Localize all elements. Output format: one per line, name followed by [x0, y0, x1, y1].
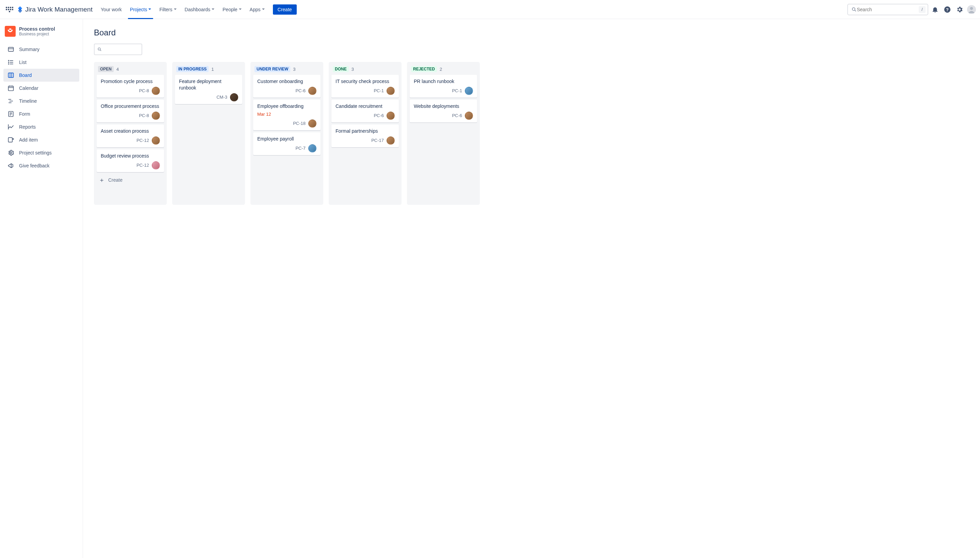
assignee-avatar[interactable]	[152, 112, 160, 120]
sidebar-item-settings[interactable]: Project settings	[3, 146, 79, 159]
svg-rect-14	[8, 73, 14, 77]
project-name: Process control	[19, 26, 55, 32]
column-open: Open4 Promotion cycle processPC-8 Office…	[94, 62, 167, 205]
assignee-avatar[interactable]	[308, 120, 317, 128]
card[interactable]: Website deploymentsPC-6	[410, 100, 477, 123]
nav-apps[interactable]: Apps	[246, 4, 268, 15]
sidebar-item-form[interactable]: Form	[3, 108, 79, 120]
notifications-icon[interactable]	[930, 4, 941, 15]
assignee-avatar[interactable]	[308, 87, 317, 95]
sidebar-item-reports[interactable]: Reports	[3, 120, 79, 133]
sidebar-item-board[interactable]: Board	[3, 69, 79, 82]
nav-filters[interactable]: Filters	[156, 4, 180, 15]
card[interactable]: IT security check processPC-1	[332, 75, 399, 98]
search-icon	[97, 47, 102, 52]
board-search[interactable]	[94, 44, 142, 55]
assignee-avatar[interactable]	[465, 112, 473, 120]
svg-line-1	[855, 10, 856, 11]
create-card-button[interactable]: ＋Create	[97, 174, 164, 184]
nav-people[interactable]: People	[219, 4, 245, 15]
sidebar-item-feedback[interactable]: Give feedback	[3, 159, 79, 172]
svg-point-12	[8, 62, 9, 62]
search-input[interactable]	[857, 7, 919, 12]
card[interactable]: Asset creation processPC-12	[97, 125, 164, 147]
svg-point-13	[8, 64, 9, 64]
brand-text: Jira Work Management	[25, 6, 92, 13]
card[interactable]: Formal partnershipsPC-17	[332, 125, 399, 147]
due-date: Mar 12	[257, 112, 317, 117]
card[interactable]: PR launch runbookPC-1	[410, 75, 477, 98]
nav-your-work[interactable]: Your work	[97, 4, 125, 15]
column-label: Done	[333, 66, 349, 72]
assignee-avatar[interactable]	[308, 144, 317, 153]
search-kbd-hint: /	[919, 6, 926, 13]
plus-icon: ＋	[98, 177, 105, 183]
app-switcher-icon[interactable]	[5, 5, 14, 14]
column-in-progress: In Progress1 Feature deployment runbookC…	[172, 62, 245, 205]
svg-point-5	[970, 7, 973, 10]
column-count: 3	[351, 67, 354, 72]
column-count: 3	[293, 67, 295, 72]
assignee-avatar[interactable]	[387, 87, 395, 95]
settings-icon[interactable]	[954, 4, 965, 15]
chevron-down-icon	[239, 8, 241, 11]
card[interactable]: Feature deployment runbookCM-3	[175, 75, 242, 104]
column-rejected: Rejected2 PR launch runbookPC-1 Website …	[407, 62, 480, 205]
chevron-down-icon	[262, 8, 265, 11]
create-button[interactable]: Create	[273, 5, 297, 15]
assignee-avatar[interactable]	[387, 136, 395, 144]
assignee-avatar[interactable]	[465, 87, 473, 95]
sidebar-item-add[interactable]: Add item	[3, 133, 79, 146]
svg-rect-29	[8, 138, 13, 142]
sidebar-item-timeline[interactable]: Timeline	[3, 95, 79, 108]
sidebar-item-calendar[interactable]: Calendar	[3, 82, 79, 95]
svg-rect-17	[8, 86, 14, 90]
top-nav: Jira Work Management Your work Projects …	[0, 0, 980, 19]
card[interactable]: Employee payrollPC-7	[253, 132, 320, 155]
column-label: Rejected	[411, 66, 437, 72]
assignee-avatar[interactable]	[387, 112, 395, 120]
assignee-avatar[interactable]	[152, 161, 160, 169]
svg-text:?: ?	[946, 7, 949, 12]
svg-line-34	[100, 50, 101, 51]
svg-point-32	[10, 152, 12, 154]
sidebar-item-list[interactable]: List	[3, 56, 79, 69]
card[interactable]: Promotion cycle processPC-8	[97, 75, 164, 98]
card[interactable]: Customer onboardingPC-6	[253, 75, 320, 98]
svg-point-33	[98, 48, 100, 50]
svg-point-11	[8, 60, 9, 61]
sidebar: Process control Business project Summary…	[0, 19, 83, 558]
profile-avatar[interactable]	[967, 5, 976, 14]
project-type: Business project	[19, 32, 55, 36]
nav-dashboards[interactable]: Dashboards	[181, 4, 218, 15]
help-icon[interactable]: ?	[942, 4, 953, 15]
global-search[interactable]: /	[847, 4, 928, 15]
card[interactable]: Office procurement processPC-8	[97, 100, 164, 123]
page-title: Board	[94, 28, 969, 38]
card[interactable]: Candidate recruitmentPC-6	[332, 100, 399, 123]
assignee-avatar[interactable]	[152, 136, 160, 144]
board-search-input[interactable]	[104, 47, 139, 52]
chevron-down-icon	[212, 8, 214, 11]
svg-point-0	[852, 8, 855, 10]
card[interactable]: Employee offboardingMar 12PC-18	[253, 100, 320, 130]
search-icon	[851, 7, 857, 12]
nav-items: Your work Projects Filters Dashboards Pe…	[97, 4, 297, 15]
card[interactable]: Budget review processPC-12	[97, 149, 164, 172]
project-header[interactable]: Process control Business project	[5, 26, 77, 37]
sidebar-item-summary[interactable]: Summary	[3, 43, 79, 56]
assignee-avatar[interactable]	[152, 87, 160, 95]
column-count: 2	[440, 67, 442, 72]
column-under-review: Under Review3 Customer onboardingPC-6 Em…	[250, 62, 323, 205]
column-count: 4	[117, 67, 119, 72]
column-label: In Progress	[176, 66, 208, 72]
assignee-avatar[interactable]	[230, 93, 238, 102]
brand[interactable]: Jira Work Management	[16, 6, 92, 13]
main-content: Board Open4 Promotion cycle processPC-8 …	[83, 19, 980, 558]
nav-projects[interactable]: Projects	[126, 4, 155, 15]
project-icon	[5, 26, 16, 37]
column-count: 1	[211, 67, 214, 72]
column-label: Open	[98, 66, 114, 72]
chevron-down-icon	[148, 8, 151, 11]
chevron-down-icon	[174, 8, 177, 11]
